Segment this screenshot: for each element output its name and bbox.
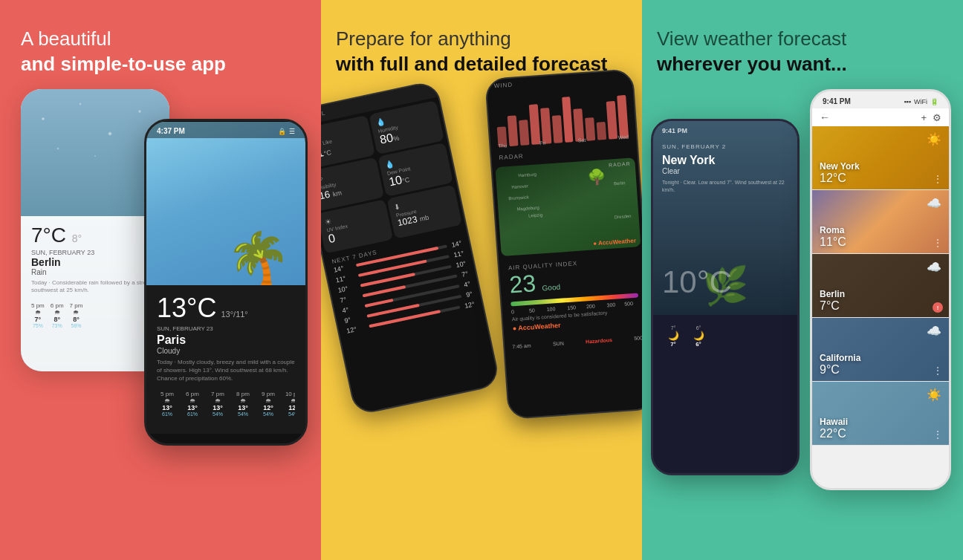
- settings-icon[interactable]: ⚙: [933, 112, 941, 123]
- lp-battery-icon: 🔋: [930, 98, 938, 105]
- detail-phone-left: 🌿 9:41 PM SUN, FEBRUARY 2 New York Clear…: [651, 119, 800, 475]
- front-condition: Cloudy: [157, 347, 295, 355]
- lp-time: 9:41 PM: [823, 97, 851, 105]
- berlin-city: Berlin: [820, 289, 941, 299]
- newyork-weather-icon: ☀️: [927, 132, 941, 146]
- hawaii-weather-icon: ☀️: [927, 388, 941, 402]
- location-item-berlin[interactable]: Berlin 7°C ☁️ !: [812, 254, 949, 318]
- california-weather-icon: ☁️: [927, 324, 941, 338]
- roma-more-icon[interactable]: ⋮: [933, 237, 943, 249]
- dp2-date: SUN, FEBRUARY 2: [662, 143, 726, 150]
- berlin-temp: 7°C: [820, 299, 941, 313]
- front-desc: Today · Mostly cloudy, breezy and mild w…: [157, 358, 295, 383]
- radar-label: RADAR: [609, 161, 631, 168]
- front-temp-range: 13°/11°: [221, 310, 247, 319]
- california-city: California: [820, 353, 941, 363]
- berlin-alert-icon: !: [933, 302, 943, 313]
- phone-front: 4:37 PM 🔒 ☰ 🌴 13°C 13°/11° SUN, FEBRUARY…: [144, 119, 308, 446]
- panel-wherever: View weather forecast wherever you want.…: [642, 0, 963, 560]
- panel1-headline: A beautiful and simple-to-use app: [21, 27, 300, 77]
- front-time: 4:37 PM: [157, 127, 185, 135]
- location-phone: 9:41 PM ▪▪▪ WiFi 🔋 ← + ⚙ New York 12°C ☀…: [810, 89, 951, 490]
- location-item-roma[interactable]: Roma 11°C ☁️ ⋮: [812, 190, 949, 254]
- dp2-city: New York: [662, 154, 715, 167]
- dark-phone-left: DETAIL 🌡 Feels Like 11°C 💧 Humidity 80% …: [321, 80, 501, 416]
- hawaii-city: Hawaii: [820, 417, 941, 427]
- dp2-hourly: 7°🌙7° 6°🌙6°: [662, 325, 788, 348]
- roma-city: Roma: [820, 225, 941, 235]
- aqi-section: AIR QUALITY INDEX 23 Good 05010015020030…: [502, 250, 642, 339]
- hawaii-more-icon[interactable]: ⋮: [933, 429, 943, 440]
- panel3-headline: View weather forecast wherever you want.…: [657, 27, 948, 77]
- menu-icon: ☰: [289, 128, 295, 135]
- lp-statusbar: 9:41 PM ▪▪▪ WiFi 🔋: [812, 91, 949, 108]
- add-location-icon[interactable]: +: [921, 112, 927, 123]
- berlin-weather-icon: ☁️: [927, 260, 941, 274]
- detail-phone-bg: 🌿 9:41 PM SUN, FEBRUARY 2 New York Clear…: [653, 121, 797, 315]
- back-temp: 7°C 8°: [31, 224, 159, 247]
- back-desc: Today · Considerable rain followed by a …: [31, 279, 159, 295]
- lp-wifi-icon: WiFi: [914, 98, 927, 105]
- california-temp: 9°C: [820, 363, 941, 377]
- roma-weather-icon: ☁️: [927, 196, 941, 210]
- newyork-temp: 12°C: [820, 172, 941, 185]
- aqi-value: 23: [508, 270, 536, 299]
- location-item-hawaii[interactable]: Hawaii 22°C ☀️ ⋮: [812, 382, 949, 446]
- lock-icon: 🔒: [278, 128, 286, 135]
- aqi-status: Good: [542, 283, 560, 293]
- dark-phone-right: WIND: [484, 68, 642, 420]
- front-date: SUN, FEBRUARY 23: [157, 325, 295, 332]
- dark-phones-container: DETAIL 🌡 Feels Like 11°C 💧 Humidity 80% …: [321, 74, 642, 560]
- palm-tree-icon: 🌴: [226, 233, 291, 285]
- dp2-time: 9:41 PM: [662, 127, 687, 134]
- back-condition: Rain: [31, 268, 159, 276]
- panel-simple-app: A beautiful and simple-to-use app 7°C 8°…: [0, 0, 321, 560]
- back-date: SUN, FEBRUARY 23: [31, 249, 159, 256]
- dp2-condition: Clear: [662, 167, 680, 175]
- location-item-newyork[interactable]: New York 12°C ☀️ ⋮: [812, 126, 949, 190]
- lp-signal-icon: ▪▪▪: [904, 98, 911, 105]
- lp-toolbar[interactable]: ← + ⚙: [812, 108, 949, 126]
- panel2-headline: Prepare for anything with full and detai…: [336, 27, 627, 77]
- hawaii-temp: 22°C: [820, 427, 941, 440]
- front-temp: 13°C: [157, 293, 216, 324]
- newyork-city: New York: [820, 161, 941, 172]
- dp2-desc: Tonight · Clear. Low around 7°. Wind sou…: [662, 179, 790, 194]
- dp2-big-temp: 10°C: [662, 264, 732, 300]
- radar-map: RADAR Hamburg Hanover Brunswick Magdebur…: [496, 157, 641, 256]
- roma-temp: 11°C: [820, 235, 941, 249]
- newyork-more-icon[interactable]: ⋮: [933, 173, 943, 185]
- back-hourly: 5 pm🌧7°75% 6 pm🌧8°73% 7 pm🌧8°58%: [31, 302, 159, 328]
- panel-detailed-forecast: Prepare for anything with full and detai…: [321, 0, 642, 560]
- front-city: Paris: [157, 333, 295, 347]
- location-item-california[interactable]: California 9°C ☁️ ⋮: [812, 318, 949, 382]
- back-button[interactable]: ←: [820, 111, 830, 123]
- wind-chart: Thu Fri Sat Wed: [490, 83, 633, 152]
- front-hourly: 5 pm🌧13°61% 6 pm🌧13°61% 7 pm🌧13°54% 8 pm…: [157, 391, 295, 417]
- back-city: Berlin: [31, 256, 159, 268]
- california-more-icon[interactable]: ⋮: [933, 365, 943, 377]
- dp2-bottom: 7°🌙7° 6°🌙6°: [653, 315, 797, 473]
